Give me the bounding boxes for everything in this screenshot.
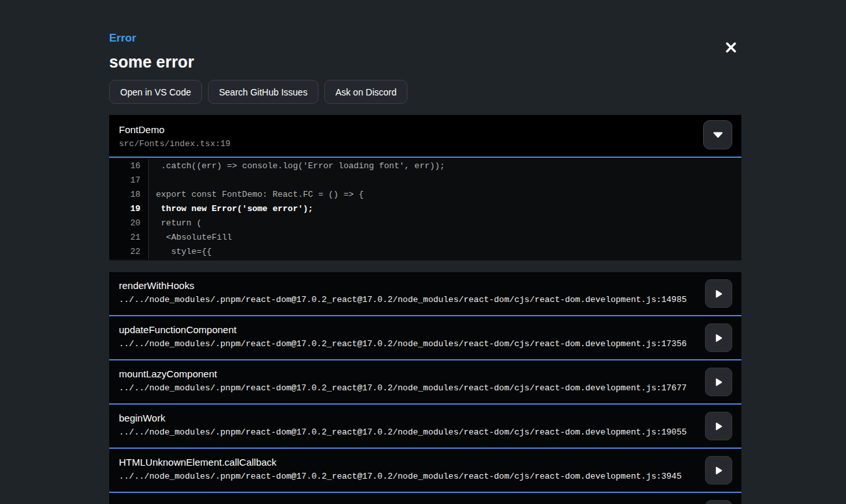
play-icon (715, 290, 723, 298)
stack-trace-list: renderWithHooks ../../node_modules/.pnpm… (109, 272, 741, 504)
stack-frame: renderWithHooks ../../node_modules/.pnpm… (109, 272, 741, 316)
line-code: export const FontDemo: React.FC = () => … (149, 188, 364, 202)
stack-frame-name: beginWork (119, 413, 732, 423)
stack-frame (109, 493, 741, 504)
line-number: 22 (109, 245, 149, 259)
chevron-down-icon (713, 132, 723, 138)
stack-frame: updateFunctionComponent ../../node_modul… (109, 316, 741, 360)
open-in-vs-code-button[interactable]: Open in VS Code (109, 80, 202, 104)
stack-frame-name: mountLazyComponent (119, 369, 732, 379)
collapse-frame-button[interactable] (703, 120, 732, 149)
stack-frame-name: HTMLUnknownElement.callCallback (119, 457, 732, 468)
stack-frame: beginWork ../../node_modules/.pnpm/react… (109, 405, 741, 449)
line-code: style={{ (149, 245, 212, 259)
line-number: 18 (109, 188, 149, 202)
line-code: throw new Error('some error'); (149, 202, 313, 216)
code-line: 20 return ( (109, 216, 741, 231)
code-line: 22 style={{ (109, 245, 741, 259)
ask-on-discord-button[interactable]: Ask on Discord (324, 80, 407, 104)
line-code: .catch((err) => console.log('Error loadi… (149, 159, 445, 173)
open-frame-button[interactable] (705, 412, 732, 440)
stack-frame-name: renderWithHooks (119, 281, 732, 291)
action-buttons-row: Open in VS Code Search GitHub Issues Ask… (109, 80, 741, 104)
play-icon (715, 334, 723, 342)
open-frame-button[interactable] (705, 279, 732, 308)
open-frame-button[interactable] (705, 323, 732, 352)
code-line: 16 .catch((err) => console.log('Error lo… (109, 159, 741, 173)
stack-frame-path: ../../node_modules/.pnpm/react-dom@17.0.… (119, 427, 732, 437)
line-code (149, 173, 156, 188)
line-number: 19 (109, 202, 149, 216)
code-frame-header: FontDemo src/Fonts/index.tsx:19 (109, 115, 741, 157)
stack-frame-name: updateFunctionComponent (119, 325, 732, 335)
code-line: 19 throw new Error('some error'); (109, 202, 741, 216)
line-number: 16 (109, 159, 149, 173)
open-frame-button[interactable] (705, 456, 732, 485)
function-name: FontDemo (119, 125, 732, 135)
stack-frame-path: ../../node_modules/.pnpm/react-dom@17.0.… (119, 295, 732, 305)
code-line: 17 (109, 173, 741, 188)
stack-frame-path: ../../node_modules/.pnpm/react-dom@17.0.… (119, 472, 732, 481)
close-button[interactable] (725, 42, 737, 53)
line-number: 20 (109, 216, 149, 231)
error-message-title: some error (109, 53, 741, 71)
error-overlay: Error some error Open in VS Code Search … (109, 0, 741, 504)
code-line: 21 <AbsoluteFill (109, 231, 741, 245)
error-kind-label: Error (109, 32, 741, 44)
stack-frame-path: ../../node_modules/.pnpm/react-dom@17.0.… (119, 339, 732, 349)
play-icon (715, 466, 723, 475)
search-github-issues-button[interactable]: Search GitHub Issues (208, 80, 318, 104)
stack-frame: HTMLUnknownElement.callCallback ../../no… (109, 449, 741, 493)
line-code: <AbsoluteFill (149, 231, 232, 245)
open-frame-button[interactable] (705, 500, 732, 504)
open-frame-button[interactable] (705, 368, 732, 396)
code-snippet: 16 .catch((err) => console.log('Error lo… (109, 158, 741, 260)
file-location: src/Fonts/index.tsx:19 (119, 139, 732, 149)
stack-frame: mountLazyComponent ../../node_modules/.p… (109, 360, 741, 405)
stack-frame-path: ../../node_modules/.pnpm/react-dom@17.0.… (119, 383, 732, 393)
play-icon (715, 378, 723, 386)
code-frame: FontDemo src/Fonts/index.tsx:19 16 .catc… (109, 115, 741, 260)
play-icon (715, 422, 723, 431)
code-line: 18 export const FontDemo: React.FC = () … (109, 188, 741, 202)
line-number: 17 (109, 173, 149, 188)
line-number: 21 (109, 231, 149, 245)
close-icon (725, 42, 737, 53)
line-code: return ( (149, 216, 201, 231)
